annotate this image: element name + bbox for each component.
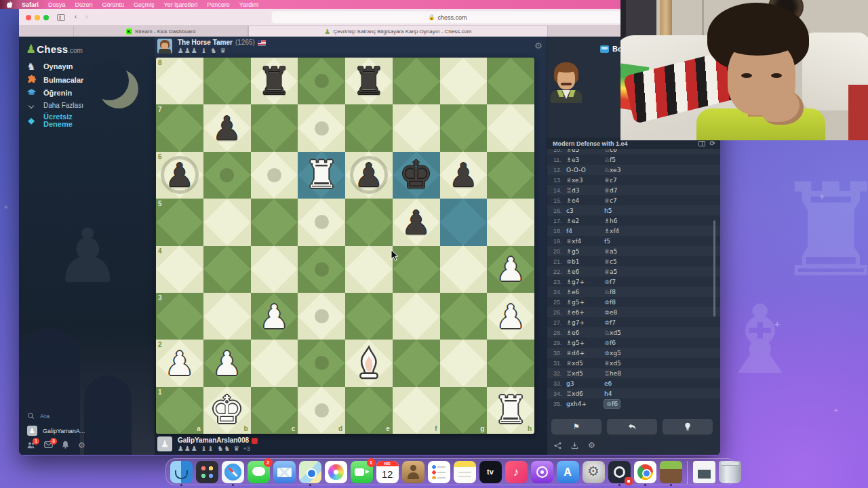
black-move-text[interactable]: ♔f6 [604,400,620,408]
white-move-text[interactable]: ♗g7+ [566,319,585,326]
sidebar-item-daha-fazlası[interactable]: Daha Fazlası [26,102,148,109]
sidebar-item-öğrenin[interactable]: Öğrenin [26,88,148,98]
white-move-text[interactable]: ♗e5 [566,149,579,153]
black-pawn-e6[interactable]: ♟ [345,152,393,199]
square-h7[interactable] [487,104,534,151]
white-move-text[interactable]: ♖d3 [566,187,580,194]
black-move[interactable]: ♘xe3 [604,167,658,174]
dock-chrome-icon[interactable] [634,461,656,483]
square-e3[interactable] [345,293,393,340]
square-g5[interactable] [440,199,488,245]
square-f4[interactable] [393,246,440,293]
menu-görüntü[interactable]: Görüntü [98,1,130,8]
dock-finder-icon[interactable] [170,461,193,483]
white-move[interactable]: ♔b1 [566,258,604,265]
black-move[interactable]: ♔f6 [604,340,658,346]
white-pawn-a2[interactable]: ♟ [156,340,203,386]
dock-minecraft-icon[interactable] [660,461,682,483]
black-move[interactable]: ♔f7 [604,279,658,285]
white-move[interactable]: ♗g7+ [566,319,604,326]
settings-gear-icon[interactable]: ⚙ [78,441,85,450]
white-move[interactable]: ♖d3 [566,187,604,194]
dock-podcasts-icon[interactable] [531,461,553,483]
opening-book-icon[interactable] [698,141,705,146]
white-rook-h1[interactable]: ♜ [487,387,534,434]
black-move-text[interactable]: ♔f6 [604,340,616,346]
black-move[interactable]: ♘c6 [604,149,658,153]
black-move-text[interactable]: ♕c7 [604,177,617,184]
square-d7[interactable] [298,104,345,151]
white-move[interactable]: gxh4+ [566,401,604,407]
player-avatar[interactable]: ♟ [157,436,172,451]
menu-yardım[interactable]: Yardım [235,1,263,8]
dock-appstore-icon[interactable] [557,461,579,483]
black-move[interactable]: ♕c7 [604,177,658,184]
black-move-text[interactable]: ♘xd5 [604,329,621,336]
white-move-text[interactable]: ♗e6+ [566,309,585,316]
white-move[interactable]: ♕d4+ [566,350,604,357]
square-f7[interactable] [393,104,440,151]
dock-mail-icon[interactable] [273,461,296,483]
analysis-icon[interactable]: ⟳ [710,140,715,147]
close-window-button[interactable] [26,15,31,20]
black-move-text[interactable]: ♕xd5 [604,360,621,367]
black-move-text[interactable]: ♔xg5 [604,350,621,357]
black-move-text[interactable]: ♘c6 [604,149,617,153]
square-g1[interactable]: g [440,387,488,434]
square-a7[interactable]: 7 [156,104,203,151]
black-move-text[interactable]: e6 [604,380,612,387]
board-settings-gear-icon[interactable]: ⚙ [534,41,542,51]
black-move-text[interactable]: ♔f8 [604,299,616,306]
resign-flag-button[interactable]: ⚑ [551,419,601,434]
black-rook-e8[interactable]: ♜ [345,58,393,104]
white-king-b1[interactable]: ♚ [203,387,251,434]
black-move-text[interactable]: ♗xf4 [604,228,619,235]
black-rook-c8[interactable]: ♜ [251,58,298,104]
square-f1[interactable]: f [393,387,440,434]
square-a4[interactable]: 4 [156,246,203,293]
white-move[interactable]: ♕xf4 [566,238,604,245]
menu-geçmiş[interactable]: Geçmiş [129,1,159,8]
tab-chesscom[interactable]: ♟Çevrimiçi Satranç Bilgisayara Karşı Oyn… [248,26,548,37]
dock-contacts-icon[interactable] [402,461,425,483]
black-move-text[interactable]: ♗h6 [604,218,618,224]
maximize-window-button[interactable] [43,15,49,20]
hint-lightbulb-button[interactable] [663,419,713,434]
black-move[interactable]: ♕xd5 [604,360,658,367]
black-move[interactable]: ♘f8 [604,289,658,296]
square-c5[interactable] [251,199,298,245]
square-h6[interactable] [487,152,534,199]
black-pawn-a6[interactable]: ♟ [156,152,203,199]
back-button[interactable]: ‹ [75,13,77,21]
white-pawn-c3[interactable]: ♟ [251,293,298,340]
square-a5[interactable]: 5 [156,199,203,245]
square-f3[interactable] [393,293,440,340]
black-move[interactable]: ♗h6 [604,218,658,224]
menu-pencere[interactable]: Pencere [202,1,235,8]
black-move-text[interactable]: ♔f7 [604,319,616,326]
black-pawn-f5[interactable]: ♟ [393,199,440,245]
black-move-text[interactable]: ♕a5 [604,268,617,275]
opponent-name[interactable]: The Horse Tamer [178,39,233,47]
white-move-text[interactable]: ♗e6 [566,289,579,296]
black-move[interactable]: ♘f5 [604,157,658,163]
white-move-text[interactable]: O-O-O [566,167,586,174]
square-a8[interactable]: 8 [156,58,203,104]
dock-maps-icon[interactable] [299,461,321,483]
white-pawn-h3[interactable]: ♟ [487,293,534,340]
square-c2[interactable] [251,340,298,386]
menu-yer-işaretleri[interactable]: Yer işaretleri [159,1,203,8]
white-move-text[interactable]: ♕xd5 [566,360,583,367]
black-move[interactable]: ♔e8 [604,309,658,316]
black-move-text[interactable]: h5 [604,207,612,214]
white-move-text[interactable]: ♗g5+ [566,299,585,306]
white-move[interactable]: g3 [566,380,604,387]
takeback-button[interactable] [607,419,657,434]
white-move[interactable]: ♖xd5 [566,370,604,377]
minimize-window-button[interactable] [35,15,40,20]
square-a1[interactable]: 1a [156,387,203,434]
white-move-text[interactable]: ♕d4+ [566,350,585,357]
white-move[interactable]: ♗g7+ [566,279,604,285]
white-move[interactable]: ♗e6 [566,329,604,336]
square-b6[interactable] [203,152,251,199]
